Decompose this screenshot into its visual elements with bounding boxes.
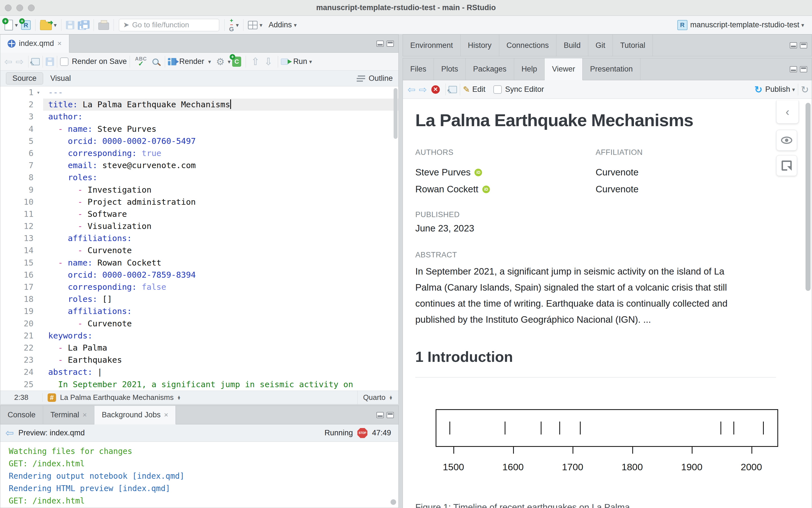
code-line[interactable]: 11 - Software — [0, 208, 398, 220]
save-button[interactable] — [66, 18, 74, 32]
version-control-button[interactable]: +−G ▾ — [229, 18, 239, 32]
visibility-button[interactable] — [776, 130, 797, 151]
code-line[interactable]: 13 affiliations: — [0, 232, 398, 245]
code-line[interactable]: 17 corresponding: false — [0, 281, 398, 293]
run-button[interactable]: Run — [293, 57, 308, 66]
code-line[interactable]: 18 roles: [] — [0, 293, 398, 305]
insert-chunk-button[interactable]: C+ — [232, 56, 241, 67]
code-line[interactable]: 20 - Curvenote — [0, 318, 398, 330]
viewer-scrollbar[interactable] — [806, 103, 811, 291]
code-editor[interactable]: 1▾---2title: La Palma Earthquake Mechani… — [0, 86, 398, 390]
code-line[interactable]: 16 orcid: 0000-0002-7859-8394 — [0, 269, 398, 281]
tab-help[interactable]: Help — [514, 58, 545, 80]
tab-index-qmd[interactable]: index.qmd × — [0, 35, 69, 53]
maximize-pane-icon[interactable] — [387, 412, 394, 418]
code-line[interactable]: 9 - Investigation — [0, 184, 398, 196]
code-line[interactable]: 5 orcid: 0000-0002-0760-5497 — [0, 135, 398, 147]
close-tab-icon[interactable]: × — [164, 411, 168, 419]
tab-background-jobs[interactable]: Background Jobs× — [94, 406, 176, 424]
minimize-pane-icon[interactable] — [790, 42, 797, 48]
goto-file-input[interactable] — [132, 20, 208, 29]
tab-connections[interactable]: Connections — [499, 35, 557, 56]
stop-job-icon[interactable]: STOP — [357, 428, 367, 438]
chevron-down-icon[interactable]: ▾ — [309, 58, 312, 65]
popout-window-icon[interactable] — [31, 58, 40, 65]
chevron-down-icon[interactable]: ▾ — [208, 58, 211, 65]
minimize-pane-icon[interactable] — [376, 412, 384, 418]
new-project-button[interactable]: R+ — [21, 18, 31, 32]
code-line[interactable]: 10 - Project administration — [0, 196, 398, 208]
tab-build[interactable]: Build — [557, 35, 588, 56]
edit-button[interactable]: Edit — [472, 85, 485, 94]
spellcheck-icon[interactable]: ABC✓ — [135, 57, 147, 67]
back-icon[interactable]: ⇦ — [4, 56, 12, 67]
code-line[interactable]: 2title: La Palma Earthquake Mechanisms — [0, 98, 398, 111]
code-line[interactable]: 25 In September 2021, a significant jump… — [0, 378, 398, 390]
code-line[interactable]: 19 affiliations: — [0, 305, 398, 318]
search-icon[interactable] — [153, 58, 159, 65]
publish-button[interactable]: Publish — [765, 85, 790, 94]
code-line[interactable]: 3author: — [0, 111, 398, 123]
popout-window-icon[interactable] — [449, 86, 457, 93]
maximize-pane-icon[interactable] — [387, 41, 394, 47]
maximize-pane-icon[interactable] — [800, 42, 807, 48]
close-tab-icon[interactable]: × — [57, 39, 62, 48]
fold-arrow-icon[interactable]: ▾ — [34, 86, 43, 98]
render-button[interactable]: Render — [179, 57, 204, 66]
code-line[interactable]: 8 roles: — [0, 171, 398, 183]
maximize-pane-icon[interactable] — [800, 66, 807, 72]
tab-files[interactable]: Files — [403, 58, 434, 80]
workspace-panes-button[interactable]: ▾ — [248, 18, 262, 32]
tab-tutorial[interactable]: Tutorial — [613, 35, 653, 56]
save-all-button[interactable] — [78, 18, 89, 32]
chevron-down-icon[interactable]: ▾ — [228, 58, 231, 65]
code-line[interactable]: 21keywords: — [0, 330, 398, 342]
run-next-icon[interactable]: ⇩ — [264, 56, 273, 68]
orcid-icon[interactable]: iD — [482, 185, 490, 193]
tab-source-mode[interactable]: Source — [6, 72, 43, 84]
tab-console[interactable]: Console — [0, 406, 43, 424]
addins-button[interactable]: Addins ▾ — [266, 18, 297, 32]
code-line[interactable]: 14 - Curvenote — [0, 245, 398, 257]
goto-file-search[interactable]: ➤ — [119, 19, 219, 31]
code-line[interactable]: 6 corresponding: true — [0, 147, 398, 159]
render-on-save-checkbox[interactable] — [60, 57, 69, 66]
tab-environment[interactable]: Environment — [403, 35, 461, 56]
tab-presentation[interactable]: Presentation — [583, 58, 640, 80]
code-line[interactable]: 23 - Earthquakes — [0, 354, 398, 366]
console-scrollbar[interactable] — [391, 499, 396, 505]
code-line[interactable]: 4 - name: Steve Purves — [0, 123, 398, 135]
code-line[interactable]: 15 - name: Rowan Cockett — [0, 257, 398, 269]
project-selector[interactable]: R manuscript-template-rstudio-test ▾ — [677, 20, 804, 30]
print-button[interactable] — [98, 18, 109, 32]
save-document-icon[interactable] — [46, 57, 54, 66]
code-line[interactable]: 24abstract: | — [0, 366, 398, 378]
clear-viewer-icon[interactable]: ✕ — [431, 85, 440, 94]
collapse-panel-button[interactable]: ‹ — [776, 100, 799, 124]
back-icon[interactable]: ⇦ — [407, 84, 416, 95]
forward-icon[interactable]: ⇨ — [419, 84, 427, 95]
chevron-down-icon[interactable]: ▾ — [792, 86, 795, 93]
tab-visual-mode[interactable]: Visual — [50, 74, 71, 83]
back-icon[interactable]: ⇦ — [5, 427, 14, 439]
tab-plots[interactable]: Plots — [434, 58, 466, 80]
forward-icon[interactable]: ⇨ — [16, 56, 24, 67]
editor-scrollbar[interactable] — [394, 88, 398, 139]
tab-history[interactable]: History — [461, 35, 499, 56]
outline-button[interactable]: Outline — [357, 74, 393, 83]
minimize-pane-icon[interactable] — [790, 66, 797, 72]
code-line[interactable]: 22 - La Palma — [0, 342, 398, 354]
sync-editor-checkbox[interactable] — [493, 85, 502, 94]
tab-viewer[interactable]: Viewer — [544, 58, 583, 80]
section-selector[interactable]: La Palma Earthquake Mechanisms — [60, 393, 173, 402]
annotation-button[interactable] — [776, 155, 797, 176]
open-file-button[interactable]: ➜ ▾ — [40, 18, 56, 32]
minimize-pane-icon[interactable] — [376, 41, 384, 47]
tab-packages[interactable]: Packages — [466, 58, 514, 80]
gear-icon[interactable]: ⚙ — [216, 56, 225, 67]
code-line[interactable]: 12 - Visualization — [0, 220, 398, 232]
code-line[interactable]: 1▾--- — [0, 86, 398, 98]
close-tab-icon[interactable]: × — [83, 411, 87, 419]
tab-git[interactable]: Git — [588, 35, 613, 56]
new-file-button[interactable]: + ▾ — [4, 18, 18, 32]
